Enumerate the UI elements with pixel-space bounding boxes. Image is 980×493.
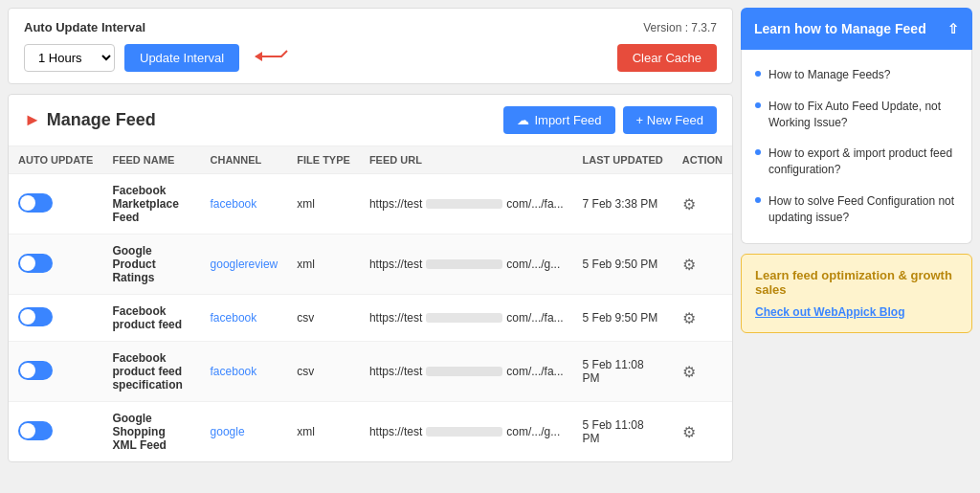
last-updated: 5 Feb 11:08 PM bbox=[573, 402, 673, 462]
manage-feed-title: Manage Feed bbox=[47, 110, 156, 130]
sidebar-help-header: Learn how to Manage Feed ⇧ bbox=[741, 8, 972, 50]
file-type: xml bbox=[287, 235, 360, 295]
feed-url: https://test com/.../fa... bbox=[369, 311, 564, 325]
table-row: Facebook product feedfacebookcsv https:/… bbox=[9, 295, 732, 342]
table-row: Google Product Ratingsgooglereviewxml ht… bbox=[9, 235, 732, 295]
col-file-type: FILE TYPE bbox=[287, 146, 360, 174]
settings-gear-icon[interactable]: ⚙ bbox=[682, 257, 696, 273]
feed-url: https://test com/.../fa... bbox=[369, 197, 564, 211]
auto-update-toggle[interactable] bbox=[18, 193, 53, 213]
new-feed-button[interactable]: + New Feed bbox=[623, 106, 717, 134]
cloud-upload-icon: ☁ bbox=[517, 113, 529, 127]
feed-name: Facebook product feed bbox=[112, 304, 182, 331]
auto-update-section: Auto Update Interval Version : 7.3.7 1 H… bbox=[8, 8, 733, 84]
col-auto-update: AUTO UPDATE bbox=[9, 146, 102, 174]
feed-name: Facebook product feed specification bbox=[112, 351, 182, 392]
link-dot-icon bbox=[755, 197, 761, 203]
feed-name: Facebook Marketplace Feed bbox=[112, 184, 178, 224]
file-type: xml bbox=[287, 402, 360, 462]
sidebar-link-text: How to Fix Auto Feed Update, not Working… bbox=[768, 99, 958, 131]
sidebar-help-title-text: Learn how to Manage Feed bbox=[754, 21, 926, 36]
update-interval-button[interactable]: Update Interval bbox=[124, 44, 239, 72]
table-row: Facebook product feed specificationfaceb… bbox=[9, 342, 732, 402]
table-row: Google Shopping XML Feedgooglexml https:… bbox=[9, 402, 732, 462]
settings-gear-icon[interactable]: ⚙ bbox=[682, 196, 696, 213]
channel-link[interactable]: googlereview bbox=[211, 258, 278, 271]
right-sidebar: Learn how to Manage Feed ⇧ How to Manage… bbox=[741, 0, 980, 493]
manage-feed-section: ► Manage Feed ☁ Import Feed + New Feed bbox=[8, 94, 733, 462]
promo-link[interactable]: Check out WebAppick Blog bbox=[755, 305, 904, 319]
link-dot-icon bbox=[755, 149, 761, 155]
sidebar-link-item[interactable]: How to Fix Auto Feed Update, not Working… bbox=[742, 91, 971, 139]
feed-name: Google Product Ratings bbox=[112, 244, 155, 284]
clear-cache-button[interactable]: Clear Cache bbox=[617, 44, 717, 72]
channel-link[interactable]: google bbox=[211, 425, 245, 438]
feed-name: Google Shopping XML Feed bbox=[112, 412, 166, 452]
auto-update-toggle[interactable] bbox=[18, 307, 53, 326]
feed-url: https://test com/.../fa... bbox=[369, 365, 564, 378]
section-arrow-icon: ► bbox=[24, 110, 41, 130]
auto-update-toggle[interactable] bbox=[18, 361, 53, 380]
col-last-updated: LAST UPDATED bbox=[573, 146, 673, 174]
settings-gear-icon[interactable]: ⚙ bbox=[682, 424, 696, 440]
channel-link[interactable]: facebook bbox=[211, 197, 257, 211]
sidebar-arrow-up-icon: ⇧ bbox=[947, 21, 959, 36]
interval-select[interactable]: 1 Hours 2 Hours 6 Hours 12 Hours 24 Hour… bbox=[24, 44, 115, 72]
last-updated: 5 Feb 9:50 PM bbox=[573, 235, 673, 295]
file-type: csv bbox=[287, 295, 360, 342]
auto-update-toggle[interactable] bbox=[18, 254, 53, 273]
version-label: Version : 7.3.7 bbox=[643, 21, 717, 34]
last-updated: 7 Feb 3:38 PM bbox=[573, 174, 673, 235]
file-type: csv bbox=[287, 342, 360, 402]
link-dot-icon bbox=[755, 71, 761, 77]
col-channel: CHANNEL bbox=[201, 146, 288, 174]
channel-link[interactable]: facebook bbox=[211, 365, 257, 378]
link-dot-icon bbox=[755, 102, 761, 108]
sidebar-link-text: How to Manage Feeds? bbox=[768, 67, 890, 83]
settings-gear-icon[interactable]: ⚙ bbox=[682, 310, 696, 326]
col-feed-url: FEED URL bbox=[360, 146, 573, 174]
promo-title: Learn feed optimization & growth sales bbox=[755, 268, 958, 297]
arrow-hint-icon bbox=[253, 46, 291, 71]
feed-url: https://test com/.../g... bbox=[369, 258, 564, 271]
sidebar-link-text: How to solve Feed Configuration not upda… bbox=[768, 193, 958, 226]
last-updated: 5 Feb 9:50 PM bbox=[573, 295, 673, 342]
channel-link[interactable]: facebook bbox=[211, 311, 257, 325]
settings-gear-icon[interactable]: ⚙ bbox=[682, 364, 696, 380]
table-row: Facebook Marketplace Feedfacebookxml htt… bbox=[9, 174, 732, 235]
auto-update-toggle[interactable] bbox=[18, 421, 53, 440]
sidebar-link-text: How to export & import product feed conf… bbox=[768, 146, 958, 178]
svg-line-1 bbox=[281, 51, 287, 56]
feed-url: https://test com/.../g... bbox=[369, 425, 564, 438]
sidebar-links-list: How to Manage Feeds? How to Fix Auto Fee… bbox=[741, 50, 972, 244]
file-type: xml bbox=[287, 174, 360, 235]
last-updated: 5 Feb 11:08 PM bbox=[573, 342, 673, 402]
sidebar-promo: Learn feed optimization & growth sales C… bbox=[741, 254, 972, 333]
feed-table: AUTO UPDATE FEED NAME CHANNEL FILE TYPE … bbox=[9, 146, 732, 461]
sidebar-link-item[interactable]: How to export & import product feed conf… bbox=[742, 138, 971, 186]
auto-update-label: Auto Update Interval bbox=[24, 20, 145, 34]
col-action: ACTION bbox=[673, 146, 732, 174]
svg-marker-0 bbox=[255, 52, 262, 61]
col-feed-name: FEED NAME bbox=[102, 146, 200, 174]
sidebar-link-item[interactable]: How to solve Feed Configuration not upda… bbox=[742, 186, 971, 234]
sidebar-link-item[interactable]: How to Manage Feeds? bbox=[742, 59, 971, 91]
import-feed-button[interactable]: ☁ Import Feed bbox=[503, 106, 614, 134]
